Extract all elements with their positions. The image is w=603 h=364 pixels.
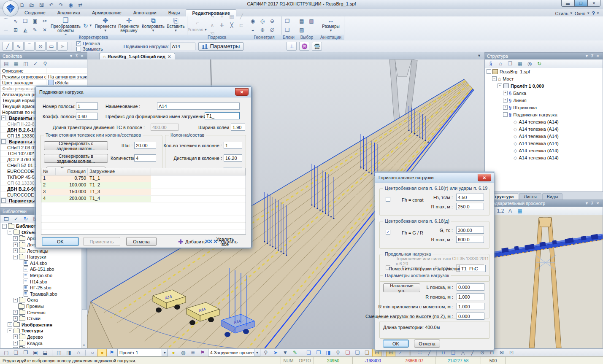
tree-item-Подвижная нагрузка[interactable]: −§Подвижная нагрузка (485, 111, 603, 118)
vis-cube-icon[interactable]: ❏ (304, 349, 314, 357)
tree-expander[interactable]: + (503, 91, 508, 95)
add-shape-icon[interactable]: ⊕ (258, 26, 267, 34)
group-checkbox[interactable] (386, 230, 390, 235)
array-icon[interactable]: ⊞ (11, 26, 20, 34)
tree-item-Стыки[interactable]: +Стыки (0, 315, 81, 322)
tree-item-RussBrg_1.spf[interactable]: −RussBrg_1.spf (485, 68, 603, 75)
tree-item-A14.sbo[interactable]: A14.sbo (0, 260, 81, 267)
polyline-tool-icon[interactable]: ∿ (14, 42, 24, 51)
menu-style[interactable]: Стиль▼ (555, 11, 573, 16)
plan-add-icon[interactable]: ⬓ (41, 349, 50, 357)
vis-zoom-icon[interactable]: ⚲ (333, 349, 343, 357)
tree-item-Штриховка[interactable]: +§Штриховка (485, 104, 603, 111)
place-load-input[interactable]: T1_FhC (460, 265, 486, 272)
panel-tab-Листы[interactable]: Листы (519, 193, 541, 200)
tree-item-Пролёт 1 0,000[interactable]: −Пролёт 1 0,000 (485, 82, 603, 89)
tree-expander[interactable]: − (8, 329, 12, 333)
trim-line-icon[interactable]: ─ (1, 26, 11, 34)
tree-item-A14 тележка (A14)[interactable]: ◇A14 тележка (A14) (485, 125, 603, 132)
arc-tool-icon[interactable]: ⌒ (24, 42, 35, 51)
apply-button[interactable]: Применить (83, 237, 120, 246)
table-header[interactable]: № (41, 168, 56, 175)
menu-help[interactable]: ?▼ (592, 10, 600, 16)
paste-button[interactable]: ⎘ Вставить▼ (166, 16, 186, 35)
loadcase-combo[interactable]: 4.Загружение прочее▼ (208, 349, 260, 356)
corner-trim-button[interactable]: Угловая▼ (187, 27, 209, 32)
tree-item-A14 тележка (A14)[interactable]: ◇A14 тележка (A14) (485, 132, 603, 140)
positions-table[interactable]: №ПозицияЗагружение10.750T1_12100.000T1_2… (41, 168, 246, 235)
host-row-input[interactable]: 0.000 (457, 313, 484, 320)
tree-expander[interactable]: + (13, 347, 18, 348)
plan-frame-icon[interactable]: ❏ (11, 349, 21, 357)
locate-icon[interactable]: ▦ (515, 60, 525, 68)
tree-item-Проемы[interactable]: Проемы (0, 303, 81, 310)
tree-expander[interactable]: + (503, 98, 508, 102)
merge-icon[interactable]: ◒ (248, 26, 257, 34)
stack-icon[interactable]: ≣ (188, 349, 197, 357)
cross-trim-icon[interactable]: + (217, 13, 227, 21)
initial-settings-button[interactable]: Начальные уст. (383, 283, 420, 292)
lib-refresh-icon[interactable]: ↻ (21, 215, 30, 223)
field-input[interactable]: 250.0 (456, 203, 484, 210)
tree-item-НГ-25.sbo[interactable]: НГ-25.sbo (0, 285, 81, 291)
circle-tool-icon[interactable]: ⊙ (35, 42, 46, 51)
ribbon-tab-Виды[interactable]: Виды (162, 9, 186, 16)
tree-expander[interactable]: + (13, 334, 18, 339)
corner-trim-main-icon[interactable]: ⌐ (193, 19, 202, 27)
tree-expander[interactable]: − (8, 230, 12, 235)
parameters-button[interactable]: Параметры (198, 42, 243, 51)
tree-item-Изображения[interactable]: +Изображения (0, 322, 81, 328)
app-logo[interactable] (3, 0, 19, 16)
document-tab[interactable]: ⌂ RussBrg_1.spf:Общий вид ✕ (99, 53, 175, 60)
close-loop-checkbox-row[interactable]: Замыкать (76, 46, 103, 51)
dialog-close-button[interactable]: ✕ (478, 174, 491, 181)
dim-a-icon[interactable]: A (506, 207, 515, 215)
count-input[interactable]: 4 (134, 154, 156, 162)
panel-tab-Виды[interactable]: Виды (542, 193, 563, 200)
table-header[interactable]: Загружение (88, 168, 151, 175)
prefix-input[interactable]: T1_ (205, 112, 240, 119)
move-button[interactable]: ✥ Перенести▼ (95, 16, 116, 35)
table-row[interactable]: 10.750T1_1 (41, 175, 246, 182)
ribbon-tab-Создание[interactable]: Создание (19, 9, 51, 16)
preview-canvas[interactable] (485, 215, 603, 348)
arch-icon[interactable]: ∧ (208, 22, 217, 30)
tree-item-Сечения[interactable]: +Сечения (0, 309, 81, 315)
pin-icon[interactable]: ⚲ (261, 349, 270, 357)
chain-checkbox-row[interactable]: Цепочка (76, 41, 103, 46)
tree-expander[interactable]: − (492, 76, 497, 81)
apply-icon[interactable]: ✓ (31, 60, 40, 68)
region-icon[interactable]: ❏ (21, 17, 30, 25)
dialog-title[interactable]: Горизонтальные нагрузки (375, 173, 494, 183)
ok-button[interactable]: OK (383, 340, 409, 348)
binoculars-icon[interactable]: ◎ (525, 60, 534, 68)
panel-menu-icon[interactable]: ▼ (68, 54, 74, 58)
host-row-input[interactable]: 1.000 (457, 293, 484, 300)
filter-spring-icon[interactable]: § (486, 60, 495, 68)
tree-item-A14 тележка (A14)[interactable]: ◇A14 тележка (A14) (485, 147, 603, 154)
vis-half-icon[interactable]: ◨ (324, 349, 333, 357)
facade-icon[interactable]: ▦ (227, 13, 236, 21)
select-cursor-icon[interactable]: ➤ (57, 42, 68, 51)
tree-expander[interactable]: − (13, 255, 18, 259)
tree-item-Лестницы[interactable]: +Лестницы (0, 248, 81, 254)
search-icon[interactable]: ⚲ (41, 60, 50, 68)
tree-item-A14 тележка (A14)[interactable]: ◇A14 тележка (A14) (485, 140, 603, 147)
subtract-icon[interactable]: ⊖ (268, 17, 277, 25)
pin-icon[interactable]: ⊼ (589, 54, 595, 58)
tree-item-Текстуры[interactable]: −Текстуры (0, 328, 81, 334)
image-icon[interactable]: ▦ (515, 207, 525, 215)
lamp-on-icon[interactable]: ● (97, 349, 107, 357)
panel-menu-icon[interactable]: ▼ (584, 201, 589, 205)
tree-expander[interactable]: + (13, 248, 18, 253)
select-down-icon[interactable]: ▧ (297, 26, 306, 34)
building-icon[interactable]: ⌂ (74, 349, 83, 357)
tree-item-Дерево[interactable]: +Дерево (0, 334, 81, 340)
explode-block-icon[interactable]: ❏ (283, 26, 292, 34)
layers-icon[interactable]: ❐ (506, 60, 515, 68)
alphabetical-icon[interactable]: ▦ (11, 60, 21, 68)
host-row-input[interactable]: 1.000 (457, 303, 484, 310)
vis-sheet-icon[interactable]: ❏ (353, 349, 362, 357)
table-header[interactable] (151, 168, 246, 175)
delete-icon[interactable]: ✕ (40, 26, 49, 34)
